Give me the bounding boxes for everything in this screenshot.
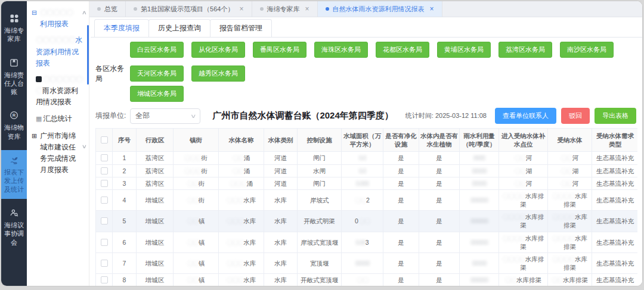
- table-row: 2荔湾区〇〇〇街〇〇涌河道水闸0.0是是00000〇〇湖〇〇湖生态基流补充: [96, 164, 638, 177]
- redacted-text: 〇〇〇〇: [552, 192, 575, 199]
- window-tab[interactable]: 总览: [89, 1, 126, 17]
- sub-tab[interactable]: 报告留档管理: [210, 19, 272, 37]
- sidebar-item-3[interactable]: R海绵物资库: [1, 105, 27, 146]
- row-checkbox[interactable]: [101, 260, 108, 267]
- bureau-button[interactable]: 花都区水务局: [376, 42, 429, 58]
- redacted-text: 〇〇〇: [184, 154, 202, 161]
- table-cell: 00000: [460, 177, 499, 189]
- table-row: 8增城区〇〇镇〇〇〇水库水库开敞式宽顶堰〇〇是是000000〇〇水库排渠〇〇水库…: [96, 274, 638, 286]
- sidebar-item-5[interactable]: 海绵议事协调会: [1, 203, 27, 252]
- table-cell: 5: [113, 211, 137, 232]
- sidebar-item-1[interactable]: 海绵专家库: [1, 8, 27, 49]
- table-cell: 〇〇: [342, 274, 383, 286]
- collapse-box-icon[interactable]: ⊟: [32, 8, 37, 18]
- bureau-button[interactable]: 荔湾区水务局: [499, 42, 552, 58]
- caret-up-icon[interactable]: ∧: [82, 8, 87, 17]
- redacted-text: 〇〇〇〇: [552, 235, 575, 242]
- redacted-text: 〇〇: [187, 180, 199, 187]
- table-cell: 是: [419, 232, 460, 252]
- column-header: 控制设施: [298, 129, 342, 152]
- table-cell: 〇〇河: [548, 177, 592, 189]
- table-cell: 是: [419, 274, 460, 286]
- table-cell: 增城区: [137, 274, 174, 286]
- menu-item[interactable]: ▦汇总统计: [36, 113, 85, 124]
- redacted-text: 00000: [472, 180, 486, 187]
- water-body-table: 序号行政区镇街水体名称水体类别控制设施水域面积（万平方米）是否有净化设施水体内是…: [95, 128, 637, 286]
- table-cell: 是: [419, 252, 460, 273]
- table-cell: 〇〇河: [548, 152, 592, 164]
- table-cell: 〇〇湖: [499, 164, 548, 177]
- bureau-button[interactable]: 黄埔区水务局: [437, 42, 491, 58]
- menu-item[interactable]: 〇〇〇〇〇〇水资源利用情况报表: [36, 35, 85, 69]
- unit-select-value: 全部: [135, 111, 150, 121]
- redacted-text: 〇〇: [561, 154, 572, 161]
- expand-box-icon[interactable]: ⊞: [32, 131, 37, 142]
- table-cell: 〇〇〇水库: [219, 252, 264, 273]
- redacted-text: 〇〇〇: [184, 167, 202, 174]
- redacted-text: 〇〇〇〇〇: [40, 8, 73, 17]
- table-cell: 是: [419, 177, 460, 189]
- sidebar-item-2[interactable]: 海绵责任人台账: [1, 53, 27, 102]
- row-checkbox[interactable]: [101, 154, 108, 161]
- caret-down-icon[interactable]: ∨: [82, 142, 87, 151]
- grid-icon: [10, 14, 19, 23]
- menu-group-header[interactable]: ⊟〇〇〇〇〇利用报表∧: [32, 7, 85, 30]
- sub-tab[interactable]: 本季度填报: [94, 19, 149, 37]
- table-cell: 是: [383, 189, 419, 210]
- table-cell: 是: [383, 164, 419, 177]
- menu-item[interactable]: 〇〇〇〇〇〇〇雨水资源利用情况报表: [36, 74, 85, 108]
- table-row: 1荔湾区〇〇〇街〇〇涌河道闸门0.0是是0000〇〇河〇〇河生态基流补充: [96, 152, 638, 164]
- table-cell: 宽顶堰: [298, 252, 342, 273]
- unit-select[interactable]: 全部 ∨: [130, 108, 200, 124]
- bureau-button[interactable]: 天河区水务局: [130, 66, 184, 82]
- window-tab[interactable]: 第1批国家级示范项目（564个）×: [126, 1, 252, 17]
- toolbar: 填报单位: 全部 ∨ 广州市自然水体调蓄台账（2024年第四季度） 统计时间: …: [94, 103, 637, 128]
- table-cell: 〇〇〇水库: [219, 211, 264, 232]
- view-contacts-button[interactable]: 查看单位联系人: [495, 108, 556, 124]
- export-button[interactable]: 导出表格: [595, 108, 636, 124]
- row-checkbox[interactable]: [101, 239, 108, 246]
- bureau-button[interactable]: 南沙区水务局: [560, 42, 614, 58]
- bureau-button[interactable]: 番禺区水务局: [253, 42, 306, 58]
- redacted-text: 0.0: [359, 154, 366, 161]
- menu-group-header[interactable]: ⊞广州市海绵城市建设任务完成情况月度报表∨: [32, 130, 85, 176]
- select-all-checkbox[interactable]: [101, 136, 108, 144]
- select-all-header: [96, 129, 113, 152]
- menu-scrollbar[interactable]: [87, 25, 89, 85]
- bureau-button[interactable]: 白云区水务局: [130, 42, 184, 58]
- row-checkbox[interactable]: [101, 180, 108, 187]
- window-tab[interactable]: 自然水体雨水资源利用情况报表×: [318, 1, 442, 17]
- table-cell: 是: [419, 152, 460, 164]
- row-checkbox[interactable]: [101, 276, 108, 283]
- table-cell: 是: [383, 232, 419, 252]
- table-cell: 是: [383, 152, 419, 164]
- bureau-button[interactable]: 海珠区水务局: [314, 42, 368, 58]
- bureau-button[interactable]: 从化区水务局: [191, 42, 245, 58]
- table-container: 序号行政区镇街水体名称水体类别控制设施水域面积（万平方米）是否有净化设施水体内是…: [94, 128, 637, 286]
- checkbox-cell: [96, 211, 113, 232]
- close-icon[interactable]: ×: [430, 5, 434, 13]
- redacted-text: 〇〇〇: [227, 197, 244, 204]
- reject-button[interactable]: 驳回: [561, 108, 590, 124]
- sub-tab[interactable]: 历史上报查询: [148, 19, 210, 37]
- column-header: 是否有净化设施: [383, 129, 419, 152]
- table-cell: 开敞式明渠: [298, 211, 342, 232]
- sidebar-item-4[interactable]: 报表下发上传及统计: [1, 150, 27, 199]
- column-header: 受纳水体需求类型: [592, 129, 638, 152]
- row-checkbox[interactable]: [101, 167, 108, 174]
- bureau-button[interactable]: 增城区水务局: [130, 86, 184, 102]
- redacted-text: 〇〇: [515, 167, 526, 174]
- redacted-text: 〇〇〇〇: [503, 213, 525, 220]
- close-icon[interactable]: ×: [305, 5, 309, 13]
- sidebar-item-label: 海绵物资库: [4, 123, 25, 141]
- redacted-text: 〇〇〇〇〇〇〇: [36, 75, 82, 95]
- redacted-text: 〇〇: [515, 154, 526, 161]
- table-row: 6增城区〇〇镇〇〇〇水库水库岸坡式宽顶堰0.003是是000000〇〇〇〇水库排…: [96, 232, 638, 252]
- row-checkbox[interactable]: [101, 197, 108, 204]
- bureau-button[interactable]: 越秀区水务局: [191, 66, 245, 82]
- close-icon[interactable]: ×: [239, 5, 243, 13]
- row-checkbox[interactable]: [101, 217, 108, 224]
- table-row: 4增城区〇〇街〇〇〇水库水库岸坡式〇〇2是是000000〇〇〇〇水库排渠〇〇〇〇…: [96, 189, 638, 210]
- window-tab[interactable]: 海绵专家库×: [252, 1, 318, 17]
- redacted-text: 〇〇〇〇: [503, 235, 525, 242]
